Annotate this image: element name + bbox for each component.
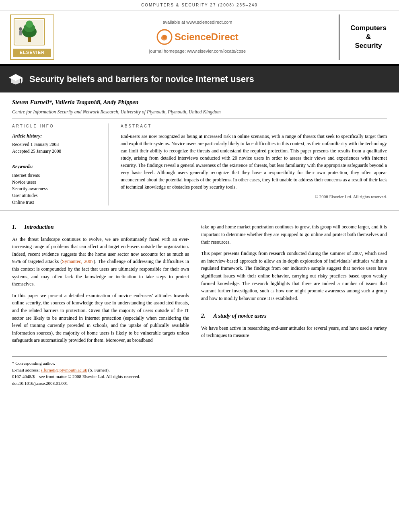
history-title: Article history:	[12, 133, 100, 140]
authors-affiliation: Centre for Information Security and Netw…	[12, 109, 387, 115]
keywords-section: Keywords: Internet threats Novice users …	[12, 163, 100, 206]
section2-para1: We have been active in researching end-u…	[201, 325, 387, 339]
article-title-bar: Security beliefs and barriers for novice…	[0, 66, 399, 92]
article-info-label: ARTICLE INFO	[12, 123, 100, 129]
article-info-col: ARTICLE INFO Article history: Received 1…	[12, 123, 109, 205]
header-middle: available at www.sciencedirect.com Scien…	[64, 14, 331, 60]
corresponding-label: * Corresponding author.	[12, 361, 55, 366]
journal-name-line2: &	[366, 33, 371, 41]
section2-title: 2. A study of novice users	[201, 312, 387, 320]
left-column: 1. Introduction As the threat landscape …	[12, 223, 189, 348]
elsevier-tree-icon	[13, 18, 45, 46]
journal-name-line1: Computers	[350, 24, 387, 32]
keyword-5: Online trust	[12, 199, 100, 206]
issn-line: 0167-4048/$ – see front matter © 2008 El…	[12, 373, 387, 380]
symantec-ref[interactable]: Symantec, 2007	[62, 259, 93, 264]
elsevier-label: ELSEVIER	[13, 49, 51, 57]
keyword-1: Internet threats	[12, 172, 100, 179]
section1-heading: Introduction	[25, 223, 54, 231]
abstract-text: End-users are now recognized as being at…	[121, 133, 387, 191]
sciencedirect-logo: ScienceDirect	[156, 29, 239, 45]
keywords-title: Keywords:	[12, 163, 100, 170]
journal-header: ELSEVIER available at www.sciencedirect.…	[0, 10, 399, 65]
corresponding-author: * Corresponding author.	[12, 360, 387, 367]
section1-right-para2: This paper presents findings from resear…	[201, 250, 387, 302]
authors-section: Steven Furnell*, Valleria Tsaganidi, And…	[0, 92, 399, 118]
svg-marker-13	[21, 82, 22, 84]
svg-point-5	[19, 27, 22, 31]
svg-rect-12	[21, 78, 23, 82]
journal-bar: COMPUTERS & SECURITY 27 (2008) 235–240	[0, 0, 399, 10]
article-meta: ARTICLE INFO Article history: Received 1…	[0, 119, 399, 211]
main-content: 1. Introduction As the threat landscape …	[0, 215, 399, 356]
section2-heading: A study of novice users	[214, 312, 267, 320]
graduation-cap-icon	[8, 72, 23, 87]
svg-point-4	[26, 21, 33, 28]
section1-number: 1.	[12, 223, 16, 231]
section1-title: 1. Introduction	[12, 223, 189, 231]
sd-logo-icon	[156, 29, 173, 45]
abstract-label: ABSTRACT	[121, 123, 387, 129]
keyword-4: User attitudes	[12, 192, 100, 199]
doi-line: doi:10.1016/j.cose.2008.01.001	[12, 380, 387, 387]
copyright-line: © 2008 Elsevier Ltd. All rights reserved…	[121, 194, 387, 200]
email-suffix: (S. Furnell).	[88, 368, 109, 372]
abstract-col: ABSTRACT End-users are now recognized as…	[121, 123, 387, 205]
journal-bar-text: COMPUTERS & SECURITY 27 (2008) 235–240	[141, 3, 258, 7]
journal-title-right: Computers & Security	[350, 24, 387, 50]
right-column: take-up and home market penetration cont…	[201, 223, 387, 348]
article-title: Security beliefs and barriers for novice…	[29, 73, 254, 86]
journal-name-line3: Security	[355, 42, 382, 49]
svg-marker-10	[9, 74, 23, 81]
sciencedirect-text: ScienceDirect	[175, 30, 239, 44]
keyword-2: Novice users	[12, 179, 100, 186]
email-line: E-mail address: s.furnell@plymouth.ac.uk…	[12, 367, 387, 374]
received-date: Received 1 January 2008	[12, 141, 100, 148]
svg-rect-6	[19, 31, 22, 35]
article-history: Article history: Received 1 January 2008…	[12, 133, 100, 159]
header-right: Computers & Security	[339, 14, 391, 60]
keyword-3: Security awareness	[12, 185, 100, 192]
authors-line: Steven Furnell*, Valleria Tsaganidi, And…	[12, 98, 387, 107]
email-address[interactable]: s.furnell@plymouth.ac.uk	[41, 368, 87, 372]
section1-para2: In this paper we present a detailed exam…	[12, 292, 189, 344]
footnotes: * Corresponding author. E-mail address: …	[12, 356, 387, 390]
section1-right-para1: take-up and home market penetration cont…	[201, 223, 387, 246]
accepted-date: Accepted 25 January 2008	[12, 148, 100, 155]
email-label: E-mail address:	[12, 368, 40, 372]
elsevier-logo: ELSEVIER	[8, 14, 56, 60]
section2-number: 2.	[201, 312, 206, 320]
available-text: available at www.sciencedirect.com	[162, 19, 232, 26]
section1-para1: As the threat landscape continues to evo…	[12, 236, 189, 288]
journal-homepage: journal homepage: www.elsevier.com/locat…	[149, 48, 246, 55]
svg-point-9	[162, 35, 167, 39]
